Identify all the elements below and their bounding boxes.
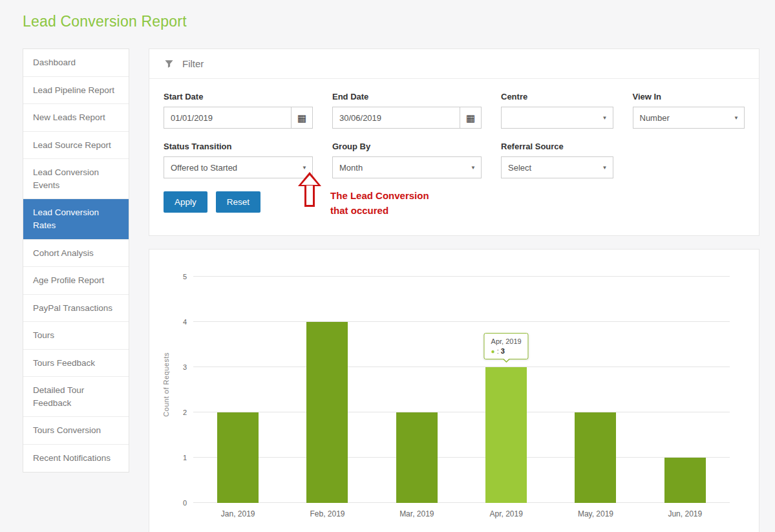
sidebar-item-dashboard[interactable]: Dashboard (23, 49, 129, 77)
group-by-field: Group By Month ▼ (332, 142, 482, 178)
bar-apr-2019[interactable] (485, 367, 527, 503)
start-date-input[interactable] (164, 107, 291, 129)
bars-container: Apr, 2019● : 3 (193, 277, 730, 503)
sidebar-item-lead-pipeline-report[interactable]: Lead Pipeline Report (23, 77, 129, 105)
x-tick-label: Jun, 2019 (641, 509, 730, 518)
sidebar-item-tours-conversion[interactable]: Tours Conversion (23, 417, 129, 445)
sidebar-item-detailed-tour-feedback[interactable]: Detailed Tour Feedback (23, 377, 129, 417)
filter-panel: Filter Start Date ▦ (149, 48, 759, 236)
y-tick-label: 1 (166, 454, 187, 461)
end-date-input-group: ▦ (332, 107, 482, 129)
sidebar-item-lead-source-report[interactable]: Lead Source Report (23, 132, 129, 160)
sidebar: DashboardLead Pipeline ReportNew Leads R… (23, 48, 129, 473)
status-transition-label: Status Transition (164, 142, 313, 151)
bar-feb-2019[interactable] (306, 322, 348, 503)
view-in-field: View In Number ▼ (633, 92, 745, 129)
bar-jun-2019[interactable] (664, 458, 706, 503)
end-date-calendar-button[interactable]: ▦ (460, 107, 482, 129)
start-date-field: Start Date ▦ (164, 92, 313, 129)
group-by-label: Group By (332, 142, 482, 151)
annotation: The Lead Conversion that occured (298, 172, 429, 218)
filter-fields-grid: Start Date ▦ End Date (164, 92, 745, 178)
apply-button[interactable]: Apply (164, 191, 207, 213)
chart-tooltip: Apr, 2019● : 3 (484, 333, 529, 359)
y-tick-label: 4 (166, 318, 187, 325)
filter-actions-row: Apply Reset The Lead Conversion that occ… (164, 191, 745, 218)
x-tick-label: Feb, 2019 (282, 509, 372, 518)
bar-column (193, 277, 282, 503)
y-tick-label: 3 (166, 363, 187, 370)
annotation-text: The Lead Conversion that occured (330, 188, 429, 218)
y-tick-label: 2 (166, 409, 187, 416)
plot-area: 012345Apr, 2019● : 3 (193, 277, 730, 503)
filter-header: Filter (149, 49, 759, 79)
sidebar-item-age-profile-report[interactable]: Age Profile Report (23, 267, 129, 295)
red-up-arrow-icon (298, 172, 321, 208)
sidebar-item-recent-notifications[interactable]: Recent Notifications (23, 445, 129, 472)
centre-select-wrap: ▼ (501, 107, 613, 129)
filter-body: Start Date ▦ End Date (149, 79, 759, 235)
annotation-line-2: that occured (330, 203, 429, 218)
bar-column: Apr, 2019● : 3 (462, 277, 551, 503)
chart-wrap: Count of Requests 012345Apr, 2019● : 3 J… (149, 269, 759, 518)
view-in-select[interactable]: Number (633, 107, 745, 129)
referral-source-field: Referral Source Select ▼ (501, 142, 613, 178)
calendar-icon: ▦ (466, 113, 475, 123)
view-in-select-wrap: Number ▼ (633, 107, 745, 129)
view-in-label: View In (633, 92, 745, 101)
annotation-line-1: The Lead Conversion (330, 188, 429, 203)
y-tick-label: 5 (166, 273, 187, 280)
chart-panel: Count of Requests 012345Apr, 2019● : 3 J… (149, 249, 759, 532)
reset-button[interactable]: Reset (216, 191, 260, 213)
sidebar-item-cohort-analysis[interactable]: Cohort Analysis (23, 240, 129, 268)
bar-column (551, 277, 640, 503)
bar-column (641, 277, 730, 503)
start-date-input-group: ▦ (164, 107, 313, 129)
y-tick-label: 0 (166, 499, 187, 506)
referral-source-label: Referral Source (501, 142, 613, 151)
end-date-label: End Date (332, 92, 482, 101)
tooltip-title: Apr, 2019 (491, 337, 522, 345)
x-tick-label: May, 2019 (551, 509, 640, 518)
sidebar-item-new-leads-report[interactable]: New Leads Report (23, 104, 129, 132)
end-date-field: End Date ▦ (332, 92, 482, 129)
group-by-select[interactable]: Month (332, 156, 482, 178)
start-date-calendar-button[interactable]: ▦ (291, 107, 313, 129)
x-tick-label: Apr, 2019 (462, 509, 551, 518)
page: Lead Conversion Report DashboardLead Pip… (0, 0, 775, 532)
status-transition-field: Status Transition Offered to Started ▼ (164, 142, 313, 178)
sidebar-item-paypal-transactions[interactable]: PayPal Transactions (23, 295, 129, 323)
main-content: Filter Start Date ▦ (149, 48, 759, 532)
filter-funnel-icon (164, 59, 174, 69)
x-tick-label: Mar, 2019 (372, 509, 462, 518)
status-transition-select[interactable]: Offered to Started (164, 156, 313, 178)
plot-region: 012345Apr, 2019● : 3 Jan, 2019Feb, 2019M… (170, 277, 730, 518)
referral-source-select-wrap: Select ▼ (501, 156, 613, 178)
bar-may-2019[interactable] (575, 412, 616, 503)
sidebar-item-lead-conversion-events[interactable]: Lead Conversion Events (23, 159, 129, 199)
centre-label: Centre (501, 92, 613, 101)
calendar-icon: ▦ (297, 113, 306, 123)
start-date-label: Start Date (164, 92, 313, 101)
centre-select[interactable] (501, 107, 613, 129)
bar-mar-2019[interactable] (396, 412, 438, 503)
tooltip-series-dot-icon: ● (491, 348, 495, 355)
status-transition-select-wrap: Offered to Started ▼ (164, 156, 313, 178)
bar-column (372, 277, 462, 503)
sidebar-item-tours-feedback[interactable]: Tours Feedback (23, 350, 129, 378)
x-tick-label: Jan, 2019 (193, 509, 282, 518)
x-axis-labels: Jan, 2019Feb, 2019Mar, 2019Apr, 2019May,… (193, 503, 730, 518)
end-date-input[interactable] (332, 107, 460, 129)
sidebar-item-tours[interactable]: Tours (23, 322, 129, 350)
filter-title: Filter (182, 58, 204, 69)
sidebar-item-lead-conversion-rates[interactable]: Lead Conversion Rates (23, 199, 129, 239)
y-axis-title: Count of Requests (162, 352, 170, 417)
centre-field: Centre ▼ (501, 92, 613, 129)
bar-column (282, 277, 372, 503)
layout: DashboardLead Pipeline ReportNew Leads R… (23, 48, 759, 532)
referral-source-select[interactable]: Select (501, 156, 613, 178)
tooltip-value: ● : 3 (491, 347, 522, 355)
page-title: Lead Conversion Report (23, 13, 759, 30)
group-by-select-wrap: Month ▼ (332, 156, 482, 178)
bar-jan-2019[interactable] (217, 412, 259, 503)
